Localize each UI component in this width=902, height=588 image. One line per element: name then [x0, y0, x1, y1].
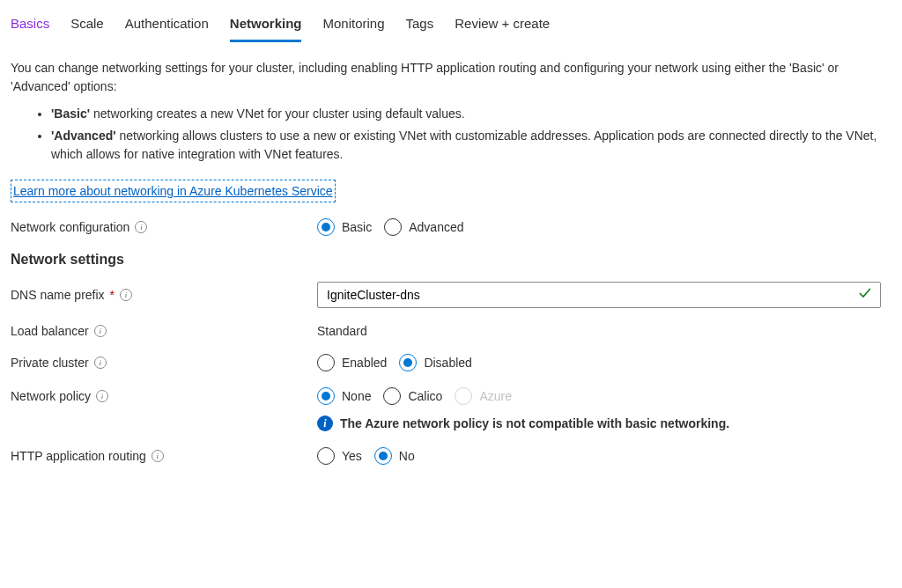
row-network-configuration: Network configuration i Basic Advanced — [11, 218, 891, 236]
label-network-policy: Network policy — [11, 389, 91, 403]
tab-authentication[interactable]: Authentication — [125, 11, 209, 42]
radio-network-advanced[interactable]: Advanced — [384, 218, 463, 236]
label-dns-prefix: DNS name prefix — [11, 288, 105, 302]
radio-label-disabled: Disabled — [424, 356, 471, 370]
info-icon[interactable]: i — [96, 390, 108, 402]
radio-private-disabled[interactable]: Disabled — [399, 354, 471, 371]
tab-scale[interactable]: Scale — [70, 11, 104, 42]
radio-label-azure: Azure — [479, 389, 512, 403]
row-dns-prefix: DNS name prefix * i — [11, 282, 891, 308]
label-private-cluster: Private cluster — [11, 356, 89, 370]
info-icon[interactable]: i — [152, 450, 164, 462]
row-private-cluster: Private cluster i Enabled Disabled — [11, 354, 891, 371]
check-icon — [858, 286, 872, 304]
bullet-basic: 'Basic' networking creates a new VNet fo… — [51, 105, 891, 123]
info-note-text: The Azure network policy is not compatib… — [340, 416, 729, 430]
radio-network-basic[interactable]: Basic — [317, 218, 372, 236]
tab-tags[interactable]: Tags — [406, 11, 434, 42]
radio-label-yes: Yes — [342, 449, 362, 463]
row-load-balancer: Load balancer i Standard — [11, 324, 891, 338]
info-badge-icon: i — [317, 415, 333, 431]
radio-http-yes[interactable]: Yes — [317, 447, 362, 465]
bullet-advanced-rest: networking allows clusters to use a new … — [51, 129, 876, 161]
tab-review-create[interactable]: Review + create — [455, 11, 550, 42]
radio-label-none: None — [342, 389, 371, 403]
info-icon[interactable]: i — [135, 221, 147, 233]
radio-label-calico: Calico — [408, 389, 442, 403]
bullet-basic-rest: networking creates a new VNet for your c… — [90, 107, 465, 121]
intro-bullets: 'Basic' networking creates a new VNet fo… — [51, 105, 891, 164]
label-load-balancer: Load balancer — [11, 324, 89, 338]
info-icon[interactable]: i — [120, 289, 132, 301]
section-title-network-settings: Network settings — [11, 252, 891, 268]
info-icon[interactable]: i — [94, 356, 107, 369]
label-network-configuration: Network configuration — [11, 220, 129, 234]
network-policy-info-note: i The Azure network policy is not compat… — [317, 415, 891, 431]
dns-prefix-input[interactable] — [317, 282, 881, 308]
tab-monitoring[interactable]: Monitoring — [322, 11, 384, 42]
learn-more-link[interactable]: Learn more about networking in Azure Kub… — [11, 180, 336, 202]
bullet-advanced: 'Advanced' networking allows clusters to… — [51, 127, 891, 164]
wizard-tabs: Basics Scale Authentication Networking M… — [11, 11, 891, 43]
intro-text: You can change networking settings for y… — [11, 59, 891, 96]
tab-basics[interactable]: Basics — [11, 11, 49, 42]
radio-private-enabled[interactable]: Enabled — [317, 354, 387, 371]
label-http-routing: HTTP application routing — [11, 449, 146, 463]
radio-label-advanced: Advanced — [409, 220, 463, 234]
radio-http-no[interactable]: No — [374, 447, 415, 465]
radio-policy-calico[interactable]: Calico — [383, 387, 442, 405]
radio-label-basic: Basic — [342, 220, 372, 234]
bullet-advanced-bold: 'Advanced' — [51, 129, 116, 143]
info-icon[interactable]: i — [94, 325, 107, 337]
radio-policy-azure: Azure — [455, 387, 512, 405]
radio-policy-none[interactable]: None — [317, 387, 371, 405]
radio-label-no: No — [399, 449, 415, 463]
bullet-basic-bold: 'Basic' — [51, 107, 90, 121]
required-asterisk: * — [110, 288, 115, 302]
tab-networking[interactable]: Networking — [230, 11, 302, 42]
load-balancer-value: Standard — [317, 324, 367, 338]
radio-label-enabled: Enabled — [342, 356, 387, 370]
row-network-policy: Network policy i None Calico Azure — [11, 387, 891, 405]
row-http-routing: HTTP application routing i Yes No — [11, 447, 891, 465]
